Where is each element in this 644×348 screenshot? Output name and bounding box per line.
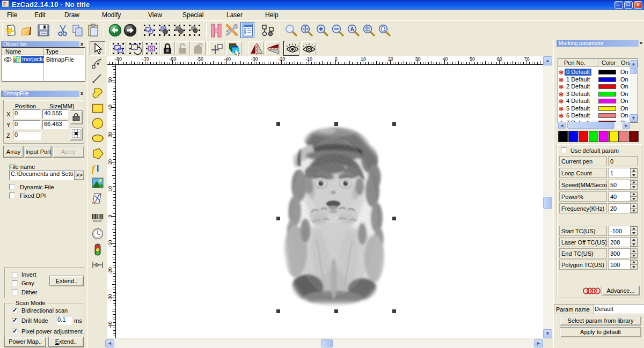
svg-text:f: f — [92, 164, 96, 174]
svg-text:A: A — [350, 26, 354, 32]
svg-text:681234: 681234 — [93, 220, 102, 223]
svg-text:I: I — [97, 164, 99, 173]
svg-text:2: 2 — [3, 1, 5, 6]
